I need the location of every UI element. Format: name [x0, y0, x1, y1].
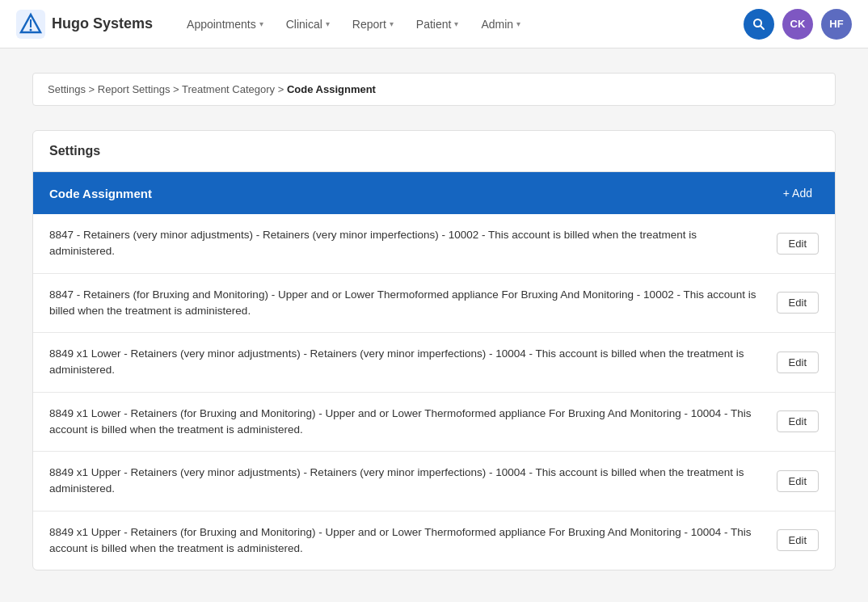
- avatar-hf[interactable]: HF: [821, 9, 852, 40]
- list-item: 8849 x1 Lower - Retainers (for Bruxing a…: [33, 393, 835, 453]
- add-button[interactable]: + Add: [777, 183, 819, 203]
- list-item: 8849 x1 Lower - Retainers (very minor ad…: [33, 333, 835, 393]
- section-title: Code Assignment: [49, 187, 152, 200]
- edit-button[interactable]: Edit: [777, 529, 819, 551]
- chevron-down-icon: ▾: [259, 19, 263, 28]
- search-button[interactable]: [744, 9, 774, 40]
- list-item: 8849 x1 Upper - Retainers (for Bruxing a…: [33, 511, 835, 570]
- edit-button[interactable]: Edit: [777, 233, 819, 255]
- nav-item-appointments[interactable]: Appointments ▾: [177, 11, 273, 37]
- nav-item-clinical[interactable]: Clinical ▾: [276, 11, 339, 37]
- list-item: 8847 - Retainers (for Bruxing and Monito…: [33, 274, 835, 334]
- item-text: 8849 x1 Upper - Retainers (very minor ad…: [49, 465, 764, 498]
- section-header: Code Assignment + Add: [33, 172, 835, 214]
- code-assignment-list: 8847 - Retainers (very minor adjustments…: [33, 214, 835, 570]
- chevron-down-icon: ▾: [454, 19, 458, 28]
- nav-item-patient[interactable]: Patient ▾: [407, 11, 469, 37]
- nav-item-admin[interactable]: Admin ▾: [471, 11, 530, 37]
- nav-links: Appointments ▾ Clinical ▾ Report ▾ Patie…: [177, 11, 719, 37]
- page-content: Settings > Report Settings > Treatment C…: [0, 48, 868, 595]
- breadcrumb: Settings > Report Settings > Treatment C…: [32, 73, 836, 106]
- edit-button[interactable]: Edit: [777, 352, 819, 373]
- edit-button[interactable]: Edit: [777, 470, 819, 492]
- item-text: 8847 - Retainers (for Bruxing and Monito…: [49, 287, 764, 320]
- list-item: 8849 x1 Upper - Retainers (very minor ad…: [33, 452, 835, 511]
- settings-panel: Settings Code Assignment + Add 8847 - Re…: [32, 130, 836, 570]
- chevron-down-icon: ▾: [326, 19, 330, 28]
- item-text: 8847 - Retainers (very minor adjustments…: [49, 227, 764, 260]
- chevron-down-icon: ▾: [390, 19, 394, 28]
- brand-logo-link[interactable]: Hugo Systems: [16, 10, 153, 39]
- nav-item-report[interactable]: Report ▾: [343, 11, 403, 37]
- svg-point-3: [30, 28, 32, 31]
- settings-panel-title: Settings: [33, 131, 835, 172]
- item-text: 8849 x1 Upper - Retainers (for Bruxing a…: [49, 524, 764, 558]
- avatar-ck[interactable]: CK: [782, 9, 813, 40]
- nav-actions: CK HF: [744, 9, 852, 40]
- edit-button[interactable]: Edit: [777, 292, 819, 314]
- breadcrumb-current: Code Assignment: [287, 83, 376, 95]
- navbar: Hugo Systems Appointments ▾ Clinical ▾ R…: [0, 0, 868, 48]
- svg-line-5: [761, 26, 764, 29]
- brand-logo-icon: [16, 10, 45, 39]
- edit-button[interactable]: Edit: [777, 410, 819, 432]
- search-icon: [752, 18, 765, 31]
- item-text: 8849 x1 Lower - Retainers (very minor ad…: [49, 346, 764, 379]
- brand-name: Hugo Systems: [52, 15, 153, 32]
- list-item: 8847 - Retainers (very minor adjustments…: [33, 214, 835, 274]
- item-text: 8849 x1 Lower - Retainers (for Bruxing a…: [49, 406, 764, 439]
- chevron-down-icon: ▾: [516, 19, 520, 28]
